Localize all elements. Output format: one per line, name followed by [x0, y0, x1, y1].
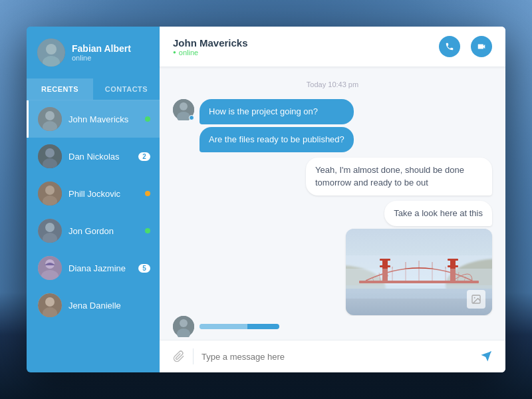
unread-badge: 5 — [138, 264, 150, 273]
sidebar-header: Fabian Albert online — [27, 27, 160, 78]
status-dot-online — [145, 116, 150, 122]
svg-point-10 — [45, 186, 55, 195]
chat-header-info: John Mavericks online — [173, 37, 439, 57]
chat-contact-name: John Mavericks — [173, 37, 439, 49]
sidebar: Fabian Albert online RECENTS CONTACTS Jo… — [27, 27, 160, 372]
chat-actions — [439, 36, 492, 57]
message-bubble: Take a look here at this — [384, 201, 492, 226]
input-divider — [193, 348, 194, 364]
svg-point-1 — [46, 44, 57, 55]
unread-badge: 2 — [138, 152, 150, 161]
svg-marker-53 — [481, 352, 491, 362]
svg-point-7 — [45, 148, 55, 158]
message-bubble: Are the files ready to be published? — [200, 127, 354, 152]
attach-button[interactable] — [173, 349, 185, 364]
chat-main: John Mavericks online Today 10:43 pm — [160, 27, 505, 372]
chat-contact-status: online — [173, 49, 439, 57]
contact-name: Jena Danielle — [68, 301, 150, 311]
message-bubble: How is the project going on? — [200, 99, 354, 124]
contact-avatar — [38, 144, 62, 168]
contact-name: Dan Nickolas — [68, 152, 132, 162]
contact-item-phill-jockovic[interactable]: Phill Jockovic — [27, 175, 160, 212]
svg-rect-31 — [380, 259, 390, 261]
typing-bar — [200, 324, 279, 329]
message-input[interactable] — [201, 352, 472, 362]
video-call-button[interactable] — [471, 36, 492, 57]
svg-point-50 — [180, 319, 188, 327]
message-bubbles-sent: Yeah, I'm almost done, should be done to… — [306, 158, 492, 195]
svg-point-19 — [45, 297, 55, 307]
message-image-content — [346, 229, 492, 315]
status-dot-online — [145, 228, 150, 233]
svg-point-48 — [474, 297, 475, 299]
contact-avatar — [38, 293, 62, 317]
current-user-name: Fabian Albert — [72, 43, 149, 54]
contact-item-jon-gordon[interactable]: Jon Gordon — [27, 212, 160, 249]
tab-contacts[interactable]: CONTACTS — [93, 78, 160, 100]
message-bubble: Yeah, I'm almost done, should be done to… — [306, 158, 492, 195]
contact-item-john-mavericks[interactable]: John Mavericks — [27, 100, 160, 138]
call-button[interactable] — [439, 36, 460, 57]
contact-avatar — [38, 256, 62, 280]
message-row-sent-1: Yeah, I'm almost done, should be done to… — [173, 158, 492, 195]
message-row-sent-2: Take a look here at this — [173, 201, 492, 315]
contact-name: Phill Jockovic — [68, 189, 138, 199]
svg-point-22 — [180, 102, 188, 110]
app-container: Fabian Albert online RECENTS CONTACTS Jo… — [27, 27, 505, 372]
contact-name: Diana Jazmine — [68, 263, 132, 273]
contact-name: Jon Gordon — [68, 226, 138, 236]
contact-item-diana-jazmine[interactable]: Diana Jazmine 5 — [27, 249, 160, 287]
chat-messages: Today 10:43 pm How is the project going … — [160, 67, 505, 316]
contacts-list: John Mavericks Dan Nickolas 2 — [27, 100, 160, 372]
contact-item-jena-danielle[interactable]: Jena Danielle — [27, 287, 160, 324]
current-user-avatar — [37, 39, 65, 66]
tab-recents[interactable]: RECENTS — [27, 78, 93, 100]
message-bubbles-received: How is the project going on? Are the fil… — [200, 99, 354, 152]
typing-user-avatar — [173, 316, 194, 337]
contact-avatar — [38, 182, 62, 205]
send-button[interactable] — [480, 350, 492, 362]
message-image[interactable] — [346, 229, 492, 315]
contact-item-dan-nickolas[interactable]: Dan Nickolas 2 — [27, 138, 160, 175]
message-timestamp: Today 10:43 pm — [173, 80, 492, 88]
current-user-status: online — [72, 54, 149, 62]
svg-rect-34 — [448, 259, 458, 261]
avatar-initials — [37, 39, 65, 66]
contact-avatar — [38, 219, 62, 243]
image-icon — [467, 290, 485, 309]
status-dot-away — [145, 191, 150, 196]
message-bubbles-sent-image: Take a look here at this — [346, 201, 492, 315]
contact-name: John Mavericks — [68, 114, 138, 124]
message-row-received: How is the project going on? Are the fil… — [173, 99, 492, 152]
chat-input-area — [160, 340, 505, 372]
svg-rect-32 — [380, 265, 390, 267]
sidebar-tabs: RECENTS CONTACTS — [27, 78, 160, 100]
current-user-info: Fabian Albert online — [72, 43, 149, 62]
message-sender-avatar — [173, 99, 194, 120]
svg-point-4 — [45, 111, 55, 120]
sender-online-indicator — [189, 115, 194, 120]
contact-avatar — [38, 107, 62, 131]
svg-point-13 — [45, 223, 55, 232]
typing-indicator-row — [160, 316, 505, 337]
chat-header: John Mavericks online — [160, 27, 505, 67]
svg-rect-35 — [448, 265, 458, 267]
